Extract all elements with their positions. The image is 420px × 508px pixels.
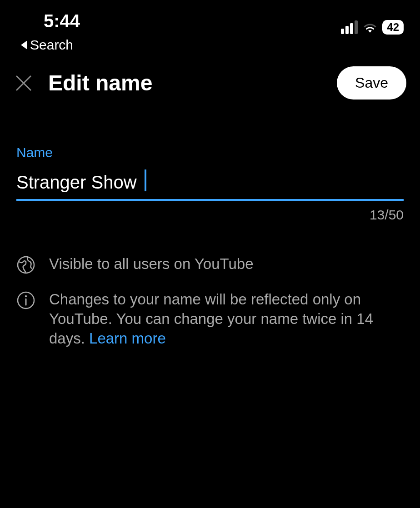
visibility-note: Visible to all users on YouTube xyxy=(16,254,404,274)
character-counter: 13/50 xyxy=(16,207,404,223)
learn-more-link[interactable]: Learn more xyxy=(89,330,166,347)
name-form: Name 13/50 xyxy=(0,109,420,223)
close-button[interactable] xyxy=(14,73,34,93)
info-notes: Visible to all users on YouTube Changes … xyxy=(0,223,420,349)
change-info-text: Changes to your name will be reflected o… xyxy=(49,290,404,349)
status-indicators: 42 xyxy=(341,20,404,35)
cellular-signal-icon xyxy=(341,20,358,34)
name-input[interactable] xyxy=(16,169,404,201)
globe-icon xyxy=(16,255,35,274)
back-label: Search xyxy=(30,37,73,53)
close-icon xyxy=(14,73,34,93)
change-info-note: Changes to your name will be reflected o… xyxy=(16,290,404,349)
visibility-text: Visible to all users on YouTube xyxy=(49,254,253,274)
text-caret xyxy=(145,169,146,191)
page-title: Edit name xyxy=(48,70,152,95)
page-header: Edit name Save xyxy=(0,53,420,109)
svg-point-4 xyxy=(25,295,27,297)
info-icon xyxy=(16,291,35,310)
name-field-label: Name xyxy=(16,145,404,160)
status-time: 5:44 xyxy=(44,11,80,31)
back-triangle-icon xyxy=(21,40,27,50)
save-button[interactable]: Save xyxy=(337,66,406,100)
status-bar: 5:44 42 xyxy=(0,0,420,35)
wifi-icon xyxy=(363,22,377,33)
battery-indicator: 42 xyxy=(382,20,404,35)
svg-point-2 xyxy=(18,257,34,273)
back-to-search-button[interactable]: Search xyxy=(0,35,420,53)
